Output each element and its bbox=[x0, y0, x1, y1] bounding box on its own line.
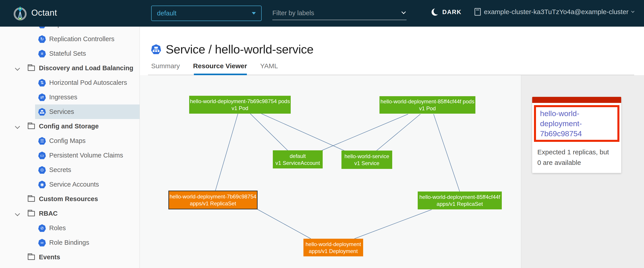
sidebar-group-rbac[interactable]: RBAC bbox=[0, 206, 140, 221]
sidebar-item-stateful-sets[interactable]: ≡ Stateful Sets bbox=[0, 46, 140, 61]
page-title: Service / hello-world-service bbox=[166, 42, 314, 56]
sidebar-group-custom-resources[interactable]: Custom Resources bbox=[0, 192, 140, 206]
folder-icon bbox=[28, 254, 35, 260]
namespace-dropdown[interactable]: default bbox=[151, 6, 262, 21]
sidebar-item-persistent-volume-claims[interactable]: ▭ Persistent Volume Claims bbox=[0, 148, 140, 163]
active-tab-underline bbox=[194, 74, 247, 75]
context-chevron-down-icon bbox=[631, 10, 634, 13]
tab-yaml[interactable]: YAML bbox=[260, 62, 278, 72]
replica-sets-icon: ⊞ bbox=[38, 26, 46, 28]
graph-node-pod-7b69c98754[interactable]: hello-world-deployment-7b69c98754 pods v… bbox=[189, 96, 291, 114]
detail-panel: hello-world- deployment- 7b69c98754 Expe… bbox=[521, 75, 644, 268]
folder-icon bbox=[28, 211, 35, 216]
dropdown-caret-icon bbox=[252, 12, 256, 14]
status-card: hello-world- deployment- 7b69c98754 Expe… bbox=[532, 97, 621, 173]
stateful-sets-icon: ≡ bbox=[38, 50, 46, 58]
chevron-down-icon[interactable] bbox=[15, 66, 20, 70]
theme-toggle-label: DARK bbox=[442, 9, 462, 16]
graph-node-serviceaccount[interactable]: default v1 ServiceAccount bbox=[273, 150, 323, 168]
graph-node-deployment[interactable]: hello-world-deployment apps/v1 Deploymen… bbox=[304, 239, 363, 256]
sidebar-item-replication-controllers[interactable]: ↻ Replication Controllers bbox=[0, 32, 140, 46]
resource-link-line[interactable]: 7b69c98754 bbox=[540, 129, 618, 139]
sidebar-item-services[interactable]: Services bbox=[0, 104, 140, 119]
graph-node-service[interactable]: hello-world-service v1 Service bbox=[342, 150, 392, 169]
ingresses-icon: ⇄ bbox=[38, 94, 46, 101]
sidebar-item-service-accounts[interactable]: ◉ Service Accounts bbox=[0, 177, 140, 192]
sidebar-item-ingresses[interactable]: ⇄ Ingresses bbox=[0, 90, 140, 104]
resource-link-line[interactable]: deployment- bbox=[540, 118, 618, 129]
sidebar-nav: ⊞ Replica Sets ↻ Replication Controllers… bbox=[0, 26, 140, 268]
resource-link-line[interactable]: hello-world- bbox=[540, 108, 618, 118]
app-header: Octant default DARK example-cluster-ka3T… bbox=[0, 0, 644, 26]
content-header: Service / hello-world-service Summary Re… bbox=[140, 26, 644, 75]
tab-resource-viewer[interactable]: Resource Viewer bbox=[193, 62, 247, 72]
cluster-icon bbox=[474, 8, 481, 16]
status-card-danger-bar bbox=[532, 97, 621, 103]
octant-logo-icon bbox=[12, 5, 28, 21]
sidebar-item-replica-sets[interactable]: ⊞ Replica Sets bbox=[0, 26, 140, 32]
folder-icon bbox=[28, 196, 35, 202]
graph-node-replicaset-7b69c98754[interactable]: hello-world-deployment-7b69c98754 apps/v… bbox=[168, 190, 258, 210]
folder-icon bbox=[28, 124, 35, 129]
resource-viewer-graph: hello-world-deployment-7b69c98754 pods v… bbox=[140, 75, 521, 268]
app-title: Octant bbox=[31, 8, 57, 18]
tab-bar: Summary Resource Viewer YAML bbox=[151, 62, 278, 72]
services-icon bbox=[38, 108, 46, 116]
hpa-icon: ⇅ bbox=[38, 79, 46, 86]
sidebar-item-config-maps[interactable]: ☰ Config Maps bbox=[0, 134, 140, 148]
folder-icon bbox=[28, 66, 35, 71]
graph-node-replicaset-85ff4cf44f[interactable]: hello-world-deployment-85ff4cf44f apps/v… bbox=[418, 192, 502, 210]
service-kind-icon bbox=[151, 44, 161, 54]
sidebar-group-events[interactable]: Events bbox=[0, 250, 140, 264]
replication-controllers-icon: ↻ bbox=[38, 35, 46, 43]
tab-summary[interactable]: Summary bbox=[151, 62, 180, 72]
sidebar-item-secrets[interactable]: ⊙ Secrets bbox=[0, 163, 140, 177]
selected-resource-link-box[interactable]: hello-world- deployment- 7b69c98754 bbox=[534, 105, 620, 142]
label-filter bbox=[272, 7, 406, 20]
chevron-placeholder bbox=[15, 197, 20, 201]
label-filter-input[interactable] bbox=[272, 7, 397, 19]
status-message: Expected 1 replicas, but 0 are available bbox=[537, 147, 621, 168]
config-maps-icon: ☰ bbox=[38, 137, 46, 145]
sidebar-item-roles[interactable]: ⊘ Roles bbox=[0, 221, 140, 235]
role-bindings-icon: ∞ bbox=[38, 239, 46, 246]
roles-icon: ⊘ bbox=[38, 224, 46, 232]
service-accounts-icon: ◉ bbox=[38, 181, 46, 188]
filter-chevron-down-icon[interactable] bbox=[402, 10, 406, 14]
pvc-icon: ▭ bbox=[38, 152, 46, 159]
cluster-context-label: example-cluster-ka3TuTzYo4a@example-clus… bbox=[484, 8, 628, 16]
sidebar-item-role-bindings[interactable]: ∞ Role Bindings bbox=[0, 235, 140, 250]
graph-node-pod-85ff4cf44f[interactable]: hello-world-deployment-85ff4cf44f pods v… bbox=[380, 96, 476, 114]
sidebar-group-config-and-storage[interactable]: Config and Storage bbox=[0, 119, 140, 134]
sidebar-item-horizontal-pod-autoscalers[interactable]: ⇅ Horizontal Pod Autoscalers bbox=[0, 76, 140, 90]
cluster-context-selector[interactable]: example-cluster-ka3TuTzYo4a@example-clus… bbox=[474, 8, 634, 16]
secrets-icon: ⊙ bbox=[38, 166, 46, 174]
namespace-dropdown-value: default bbox=[157, 10, 176, 17]
chevron-placeholder bbox=[15, 255, 20, 260]
theme-toggle-button[interactable]: DARK bbox=[432, 8, 462, 16]
moon-icon bbox=[432, 8, 439, 16]
chevron-down-icon[interactable] bbox=[15, 212, 20, 216]
sidebar-group-discovery-load-balancing[interactable]: Discovery and Load Balancing bbox=[0, 61, 140, 76]
chevron-down-icon[interactable] bbox=[15, 124, 20, 129]
